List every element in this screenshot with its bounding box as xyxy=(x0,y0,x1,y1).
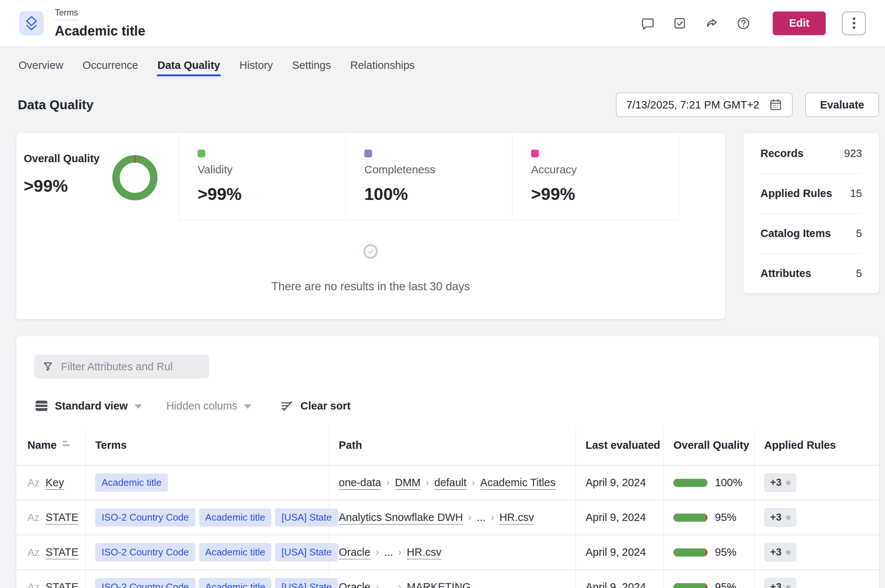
path-segment[interactable]: default xyxy=(434,477,467,489)
applied-rules-count: +3 xyxy=(770,512,782,523)
path-segment[interactable]: DMM xyxy=(395,477,421,489)
evaluate-button[interactable]: Evaluate xyxy=(805,93,879,117)
tab-settings[interactable]: Settings xyxy=(291,58,332,79)
filter-input[interactable] xyxy=(61,361,200,373)
path-segment[interactable]: Oracle xyxy=(339,546,370,558)
help-icon xyxy=(736,16,751,30)
column-header-label: Path xyxy=(339,439,362,452)
empty-state: There are no results in the last 30 days xyxy=(16,220,725,319)
tasks-button[interactable] xyxy=(672,15,688,31)
term-chip[interactable]: ISO-2 Country Code xyxy=(95,543,195,561)
cell-applied-rules: +3 xyxy=(754,466,879,500)
column-header-name[interactable]: Name xyxy=(16,428,85,465)
path-segment[interactable]: Oracle xyxy=(339,581,370,588)
datetime-picker[interactable]: 7/13/2025, 7:21 PM GMT+2 xyxy=(616,93,793,117)
path-segment[interactable]: Analytics Snowflake DWH xyxy=(339,512,463,524)
term-chip[interactable]: ISO-2 Country Code xyxy=(95,578,195,588)
stat-row-applied-rules: Applied Rules15 xyxy=(760,173,862,213)
cell-applied-rules: +3 xyxy=(754,536,879,569)
term-chip[interactable]: Academic title xyxy=(199,508,272,526)
metric-card-accuracy: Accuracy>99% xyxy=(512,133,679,220)
applied-rules-chip[interactable]: +3 xyxy=(764,578,796,588)
term-chip[interactable]: Academic title xyxy=(95,474,168,492)
view-picker[interactable]: Standard view xyxy=(35,400,142,412)
column-header-label: Overall Quality xyxy=(673,439,750,452)
overall-quality-label: Overall Quality xyxy=(24,153,102,165)
path-ellipsis[interactable]: ... xyxy=(477,512,486,524)
header-actions: Edit xyxy=(640,12,866,35)
path-segment[interactable]: Academic Titles xyxy=(480,477,555,489)
path-segment[interactable]: one-data xyxy=(339,477,381,489)
metric-color-chip xyxy=(364,150,372,158)
path-ellipsis[interactable]: ... xyxy=(384,546,393,558)
cell-overall-quality: 100% xyxy=(664,466,754,500)
chevron-separator: › xyxy=(468,512,471,523)
attributes-table: NameTermsPathLast evaluatedOverall Quali… xyxy=(16,428,879,588)
row-type-abbrev: Az xyxy=(27,581,40,588)
table-controls: Standard view Hidden colums Clear sort xyxy=(35,399,879,412)
column-header-last-evaluated[interactable]: Last evaluated xyxy=(575,428,664,465)
quality-percent: 95% xyxy=(715,546,736,558)
attribute-name-link[interactable]: Key xyxy=(45,477,64,489)
path-segment[interactable]: HR.csv xyxy=(407,546,441,558)
cell-path: Oracle›...›HR.csv xyxy=(329,536,575,569)
column-header-terms[interactable]: Terms xyxy=(85,428,329,465)
attribute-name-link[interactable]: STATE xyxy=(45,546,78,558)
cell-terms: ISO-2 Country CodeAcademic title[USA] St… xyxy=(85,536,329,569)
chevron-separator: › xyxy=(375,546,379,558)
help-button[interactable] xyxy=(736,15,751,31)
chevron-separator: › xyxy=(375,581,379,588)
row-type-abbrev: Az xyxy=(27,546,40,558)
cell-applied-rules: +3 xyxy=(754,501,879,534)
last-evaluated-date: April 9, 2024 xyxy=(585,581,646,588)
column-header-path[interactable]: Path xyxy=(329,428,575,465)
attribute-name-link[interactable]: STATE xyxy=(45,512,78,524)
table-row: AzSTATEISO-2 Country CodeAcademic title[… xyxy=(16,500,879,534)
clear-sort-label: Clear sort xyxy=(300,400,350,412)
tab-overview[interactable]: Overview xyxy=(18,58,64,79)
tab-history[interactable]: History xyxy=(239,58,274,79)
cell-terms: Academic title xyxy=(85,466,329,500)
overall-quality-value: >99% xyxy=(24,176,102,196)
status-dot-icon xyxy=(786,550,790,555)
path-ellipsis[interactable]: ... xyxy=(384,581,393,588)
stat-row-attributes: Attributes5 xyxy=(760,253,862,293)
table-view-icon xyxy=(35,400,48,412)
applied-rules-chip[interactable]: +3 xyxy=(764,473,796,492)
term-chip[interactable]: Academic title xyxy=(199,543,272,561)
attribute-name-link[interactable]: STATE xyxy=(45,581,78,588)
more-actions-button[interactable] xyxy=(842,12,866,35)
glossary-term-avatar xyxy=(19,11,44,36)
last-evaluated-date: April 9, 2024 xyxy=(585,546,646,558)
tab-data-quality[interactable]: Data Quality xyxy=(157,58,221,79)
path-segment[interactable]: HR.csv xyxy=(499,512,534,524)
chevron-separator: › xyxy=(491,512,494,523)
column-header-applied-rules[interactable]: Applied Rules xyxy=(754,428,879,465)
filter-input-wrapper[interactable] xyxy=(34,355,209,378)
metric-cards: Validity>99%Completeness100%Accuracy>99% xyxy=(179,133,679,220)
applied-rules-chip[interactable]: +3 xyxy=(764,543,796,562)
metric-label: Validity xyxy=(197,163,345,176)
share-button[interactable] xyxy=(704,15,719,31)
chevron-down-icon xyxy=(134,404,142,409)
column-header-overall-quality[interactable]: Overall Quality xyxy=(664,428,754,465)
kebab-menu-icon xyxy=(853,15,855,31)
term-chip[interactable]: Academic title xyxy=(199,578,272,588)
clear-sort-button[interactable]: Clear sort xyxy=(280,399,350,412)
tab-relationships[interactable]: Relationships xyxy=(349,58,415,79)
comment-button[interactable] xyxy=(640,15,656,31)
hidden-columns-picker[interactable]: Hidden colums xyxy=(166,400,251,412)
stat-value: 5 xyxy=(856,267,862,279)
path-segment[interactable]: MARKETING xyxy=(407,581,471,588)
term-chip[interactable]: ISO-2 Country Code xyxy=(95,508,195,526)
edit-button[interactable]: Edit xyxy=(773,12,826,35)
section-title: Data Quality xyxy=(18,98,93,112)
applied-rules-chip[interactable]: +3 xyxy=(764,508,796,527)
column-header-label: Name xyxy=(27,439,57,452)
metric-value: >99% xyxy=(531,184,679,204)
attributes-table-panel: Standard view Hidden colums Clear sort N… xyxy=(16,336,879,588)
calendar-icon xyxy=(769,98,782,111)
tab-occurrence[interactable]: Occurrence xyxy=(82,58,139,79)
empty-state-message: There are no results in the last 30 days xyxy=(16,280,725,293)
main-row: Overall Quality >99% Validity>99%Complet… xyxy=(16,133,879,319)
